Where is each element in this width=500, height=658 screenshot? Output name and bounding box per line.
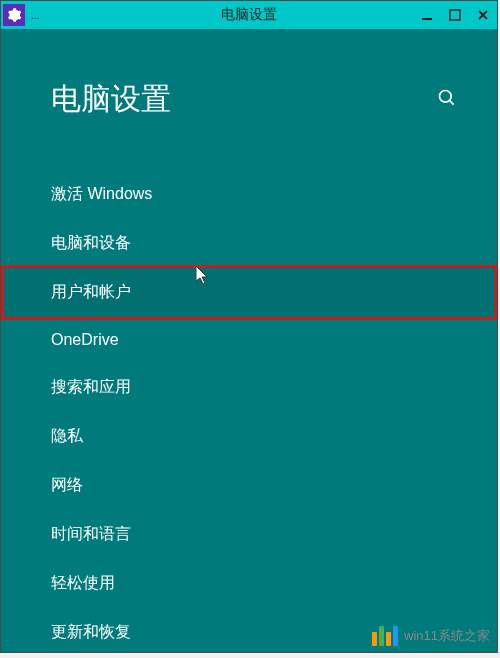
menu-list: 激活 Windows 电脑和设备 用户和帐户 OneDrive 搜索和应用 隐私… <box>1 170 497 657</box>
header-row: 电脑设置 <box>1 79 497 120</box>
menu-item-ease-of-access[interactable]: 轻松使用 <box>1 559 497 608</box>
close-button[interactable] <box>473 5 493 25</box>
titlebar: ... 电脑设置 <box>1 1 497 29</box>
watermark: win11系统之家 <box>372 626 490 646</box>
page-title: 电脑设置 <box>51 79 171 120</box>
svg-rect-0 <box>422 18 432 20</box>
window-controls <box>417 5 493 25</box>
minimize-button[interactable] <box>417 5 437 25</box>
window-title: 电脑设置 <box>221 6 277 24</box>
content-area: 电脑设置 激活 Windows 电脑和设备 用户和帐户 OneDrive 搜索和… <box>1 29 497 652</box>
svg-point-4 <box>440 90 452 102</box>
maximize-button[interactable] <box>445 5 465 25</box>
menu-item-privacy[interactable]: 隐私 <box>1 412 497 461</box>
menu-item-network[interactable]: 网络 <box>1 461 497 510</box>
watermark-logo-icon <box>372 626 398 646</box>
svg-line-5 <box>450 100 454 104</box>
menu-item-activate-windows[interactable]: 激活 Windows <box>1 170 497 219</box>
titlebar-left: ... <box>1 4 39 26</box>
titlebar-dots: ... <box>31 10 39 21</box>
gear-icon <box>3 4 25 26</box>
settings-window: ... 电脑设置 电脑设置 激活 Windows 电脑和设备 用户和帐户 <box>0 0 498 653</box>
menu-item-time-language[interactable]: 时间和语言 <box>1 510 497 559</box>
menu-item-pc-devices[interactable]: 电脑和设备 <box>1 219 497 268</box>
watermark-text: win11系统之家 <box>404 627 490 645</box>
menu-item-users-accounts[interactable]: 用户和帐户 <box>1 265 497 320</box>
search-icon[interactable] <box>437 88 457 112</box>
svg-rect-1 <box>450 10 460 20</box>
menu-item-onedrive[interactable]: OneDrive <box>1 317 497 363</box>
menu-item-search-apps[interactable]: 搜索和应用 <box>1 363 497 412</box>
